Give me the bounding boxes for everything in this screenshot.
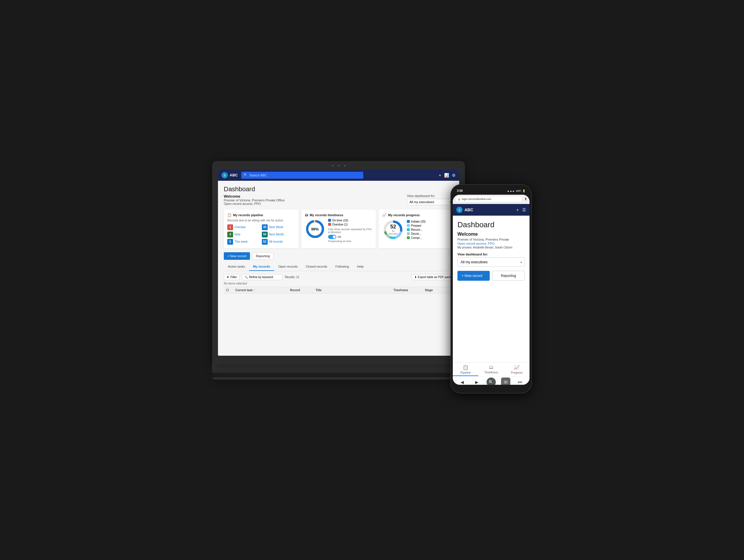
timeliness-right: On time (16) Overdue (1) Only show (328, 219, 373, 242)
phone-view-for-select-wrapper[interactable]: All my executives (457, 258, 525, 267)
pipeline-tab-icon: 📋 (463, 365, 469, 370)
all-records-link[interactable]: All records (269, 240, 283, 243)
phone-url-bar[interactable]: 🔒 login.microsoftonline.com (455, 196, 523, 202)
list-item: Decisi... (407, 232, 425, 235)
th-timeframe[interactable]: Timeframe (394, 289, 422, 292)
timeliness-icon: 🗂 (305, 213, 308, 217)
filter-button[interactable]: ▼ Filter (224, 274, 239, 280)
compl-dot (407, 236, 410, 239)
phone-content: Dashboard Welcome Premier of Victoria, P… (453, 216, 529, 373)
list-item: 5 This week (227, 239, 260, 245)
phone-more-button[interactable]: ••• (515, 377, 525, 385)
tabs-bar: Active tasks My records Open records Clo… (224, 263, 453, 271)
keyword-search-input[interactable]: 🔍 Refine by keyword (242, 274, 283, 280)
phone-screen: 🔒 login.microsoftonline.com ⬆ 💧 ABC + ☰ (453, 195, 529, 385)
download-icon: ⬇ (414, 275, 417, 279)
list-item: On time (16) (328, 219, 373, 222)
decisi-label: Decisi... (411, 232, 421, 235)
pipeline-icon: 📋 (227, 213, 232, 217)
phone-forward-button[interactable]: ▶ (472, 377, 481, 385)
initiate-dot (407, 220, 410, 223)
compl-label: Compl... (411, 236, 422, 239)
laptop-camera-bar (218, 164, 459, 167)
camera-dot-2 (338, 165, 339, 166)
phone-tab-progress[interactable]: 📈 Progress (504, 365, 529, 376)
phone-back-button[interactable]: ◀ (458, 377, 467, 385)
tab-open-records[interactable]: Open records (274, 263, 302, 271)
add-icon[interactable]: + (439, 173, 441, 178)
overdue-link[interactable]: Overdue (234, 225, 246, 229)
phone-tab-pipeline[interactable]: 📋 Pipeline (453, 365, 478, 376)
recom-label: Recom... (411, 228, 422, 231)
signal-icon: ▲▲▲ (507, 189, 515, 192)
view-for-select-wrapper[interactable]: All my executives (407, 199, 453, 205)
filter-row: ▼ Filter 🔍 Refine by keyword Results: 11… (224, 274, 453, 280)
camera-dot-3 (344, 165, 345, 166)
phone-app-name: ABC (464, 208, 473, 212)
tab-help[interactable]: Help (353, 263, 368, 271)
phone-view-for-select[interactable]: All my executives (457, 258, 525, 267)
phone-search-button[interactable]: 🔍 (486, 377, 496, 385)
th-record[interactable]: Record (290, 289, 313, 292)
progress-num: 52 (388, 224, 399, 230)
timeliness-legend: On time (16) Overdue (1) (328, 219, 373, 226)
export-button[interactable]: ⬇ Export table as PDF pack (412, 274, 453, 280)
pipeline-title-text: My records pipeline (233, 213, 263, 217)
laptop-screen: 💧 ABC 🔍 Search ABC + 📊 ⚙ Dashbo (218, 170, 459, 356)
settings-icon[interactable]: ⚙ (452, 173, 456, 178)
keyword-placeholder: Refine by keyword (249, 275, 273, 279)
phone-bottom-nav: 📋 Pipeline 🗂 Timeliness 📈 Progress (453, 362, 529, 385)
progress-center: 52 52 Allocated (388, 224, 399, 235)
ppo-toggle[interactable] (328, 235, 336, 239)
scene: 💧 ABC 🔍 Search ABC + 📊 ⚙ Dashbo (212, 161, 532, 399)
reporting-button[interactable]: Reporting (252, 252, 274, 260)
new-record-button[interactable]: + New record (224, 252, 250, 260)
now-link[interactable]: Now (234, 233, 240, 236)
initiate-label: Initiate (20) (411, 220, 425, 223)
timeliness-percent: 99% (311, 227, 319, 231)
list-item: 4 Now (227, 232, 260, 237)
view-for-select[interactable]: All my executives (407, 199, 453, 205)
th-stage[interactable]: Stage (425, 289, 454, 292)
timeliness-tab-icon: 🗂 (489, 365, 493, 370)
app-nav: 💧 ABC 🔍 Search ABC + 📊 ⚙ (218, 170, 459, 181)
view-for-label: View dashboard for: (407, 194, 453, 198)
welcome-subtitle: Premier of Victoria, Premiers Private Of… (224, 198, 285, 202)
list-item: 30 Next Week (262, 224, 295, 230)
search-placeholder: Search ABC (249, 174, 267, 177)
logo-icon: 💧 (221, 172, 228, 179)
phone-access-value: PPO (488, 242, 495, 245)
tab-my-records[interactable]: My records (249, 263, 274, 271)
progress-donut: 52 52 Allocated (382, 219, 404, 240)
phone-add-icon[interactable]: + (516, 208, 519, 212)
tab-closed-records[interactable]: Closed records (302, 263, 331, 271)
next-week-link[interactable]: Next Week (269, 225, 283, 229)
list-item: Compl... (407, 236, 425, 239)
th-title[interactable]: Title (315, 289, 391, 292)
list-item: 1 Overdue (227, 224, 260, 230)
nav-icons: + 📊 ⚙ (439, 173, 456, 178)
timeliness-donut: 99% (305, 219, 325, 239)
phone-reporting-button[interactable]: Reporting (492, 271, 525, 281)
this-week-link[interactable]: This week (234, 240, 248, 243)
th-current-task[interactable]: Current task ↑ (235, 289, 288, 292)
phone-logo-icon: 💧 (456, 207, 463, 213)
phone-access-label: Open record access: (457, 242, 487, 245)
phone-tab-timeliness[interactable]: 🗂 Timeliness (478, 365, 504, 376)
overdue-legend-label: Overdue (1) (332, 223, 347, 226)
results-count: Results: 11 (285, 275, 299, 279)
chart-icon[interactable]: 📊 (444, 173, 449, 178)
on-time-dot (328, 219, 331, 222)
toggle-label: On (338, 235, 341, 238)
phone-menu-icon[interactable]: ☰ (522, 208, 526, 212)
phone-new-record-button[interactable]: + New record (457, 271, 490, 281)
list-item: Initiate (20) (407, 220, 425, 223)
tab-following[interactable]: Following (331, 263, 353, 271)
search-bar[interactable]: 🔍 Search ABC (241, 172, 363, 179)
tab-active-tasks[interactable]: Active tasks (224, 263, 249, 271)
share-icon[interactable]: ⬆ (524, 197, 527, 201)
next-month-link[interactable]: Next Month (269, 233, 284, 236)
camera-dot-1 (332, 165, 333, 166)
this-week-badge: 5 (227, 239, 233, 245)
phone-tab-count-button[interactable]: 30 (501, 377, 510, 385)
